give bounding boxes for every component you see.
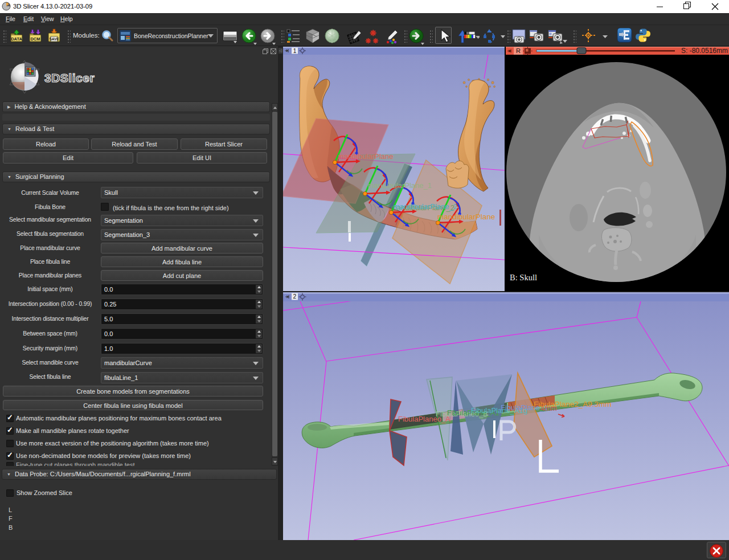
svg-text:mandibularPlane_1: mandibularPlane_1	[368, 181, 432, 190]
svg-text:DATA: DATA	[11, 36, 22, 42]
svg-text:mandibularPlane_2: mandibularPlane_2	[394, 202, 457, 211]
svg-text:❋: ❋	[372, 37, 379, 44]
svg-text:mandibularPlane: mandibularPlane	[338, 152, 394, 161]
svg-text:S: -80.0516mm: S: -80.0516mm	[681, 47, 728, 55]
svg-text:mandibularPlane: mandibularPlane	[437, 212, 495, 221]
svg-text:FibulaPlane2_A9.3mm: FibulaPlane2_A9.3mm	[534, 400, 612, 408]
svg-text:2: 2	[293, 293, 297, 300]
svg-text:1: 1	[293, 48, 297, 54]
svg-text:B: Skull: B: Skull	[510, 273, 537, 282]
svg-text:SAVE: SAVE	[49, 37, 59, 41]
svg-text:❋: ❋	[370, 28, 376, 38]
svg-text:R: R	[516, 47, 521, 54]
svg-text:DCM: DCM	[30, 36, 40, 42]
svg-text:❋: ❋	[365, 37, 371, 44]
